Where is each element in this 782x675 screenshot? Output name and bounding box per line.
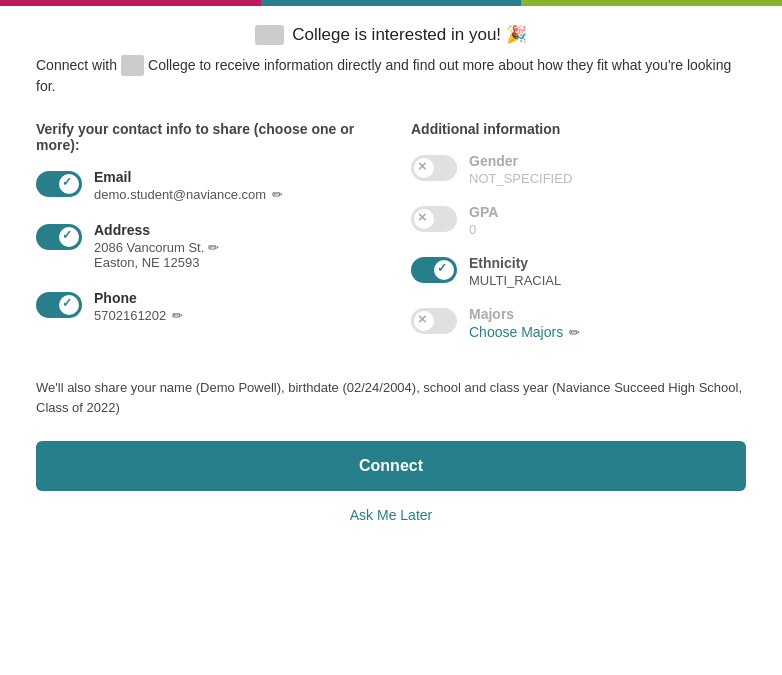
address-details: Address 2086 Vancorum St. ✏ Easton, NE 1…: [94, 222, 371, 270]
ethnicity-label: Ethnicity: [469, 255, 561, 271]
majors-item: Majors Choose Majors ✏: [411, 306, 746, 340]
majors-choose-row: Choose Majors ✏: [469, 324, 580, 340]
gpa-value: 0: [469, 222, 498, 237]
gpa-details: GPA 0: [469, 204, 498, 237]
email-label: Email: [94, 169, 371, 185]
phone-value: 5702161202 ✏: [94, 308, 371, 323]
gpa-label: GPA: [469, 204, 498, 220]
ethnicity-value: MULTI_RACIAL: [469, 273, 561, 288]
gpa-toggle[interactable]: [411, 206, 457, 232]
ethnicity-toggle[interactable]: [411, 257, 457, 283]
email-item: Email demo.student@naviance.com ✏: [36, 169, 371, 202]
address-toggle[interactable]: [36, 224, 82, 250]
header-emoji: 🎉: [506, 25, 527, 44]
majors-toggle[interactable]: [411, 308, 457, 334]
email-details: Email demo.student@naviance.com ✏: [94, 169, 371, 202]
description-text: Connect with College to receive informat…: [36, 55, 746, 97]
also-share-text: We'll also share your name (Demo Powell)…: [36, 378, 746, 417]
gender-toggle[interactable]: [411, 155, 457, 181]
right-col-title: Additional information: [411, 121, 746, 137]
columns-container: Verify your contact info to share (choos…: [36, 121, 746, 358]
address-label: Address: [94, 222, 371, 238]
ask-later-link[interactable]: Ask Me Later: [350, 507, 432, 523]
majors-edit-icon[interactable]: ✏: [569, 325, 580, 340]
page-title: College is interested in you! 🎉: [0, 6, 782, 55]
desc-prefix: Connect with: [36, 57, 117, 73]
choose-majors-link[interactable]: Choose Majors: [469, 324, 563, 340]
majors-label: Majors: [469, 306, 580, 322]
address-edit-icon[interactable]: ✏: [208, 240, 219, 255]
email-toggle[interactable]: [36, 171, 82, 197]
header-text: College is interested in you!: [292, 25, 501, 44]
phone-label: Phone: [94, 290, 371, 306]
ask-later-container: Ask Me Later: [36, 507, 746, 523]
phone-item: Phone 5702161202 ✏: [36, 290, 371, 323]
majors-details: Majors Choose Majors ✏: [469, 306, 580, 340]
college-name-desc: [121, 55, 144, 76]
top-bar-green: [521, 0, 782, 6]
left-column: Verify your contact info to share (choos…: [36, 121, 371, 358]
top-bar-pink: [0, 0, 261, 6]
top-bar-teal: [261, 0, 522, 6]
gender-value: NOT_SPECIFIED: [469, 171, 572, 186]
address-item: Address 2086 Vancorum St. ✏ Easton, NE 1…: [36, 222, 371, 270]
gpa-item: GPA 0: [411, 204, 746, 237]
phone-details: Phone 5702161202 ✏: [94, 290, 371, 323]
phone-toggle[interactable]: [36, 292, 82, 318]
top-color-bar: [0, 0, 782, 6]
ethnicity-item: Ethnicity MULTI_RACIAL: [411, 255, 746, 288]
right-column: Additional information Gender NOT_SPECIF…: [411, 121, 746, 358]
main-content: Connect with College to receive informat…: [0, 55, 782, 543]
college-name-header: [255, 25, 283, 45]
address-value: 2086 Vancorum St. ✏ Easton, NE 12593: [94, 240, 371, 270]
ethnicity-details: Ethnicity MULTI_RACIAL: [469, 255, 561, 288]
gender-item: Gender NOT_SPECIFIED: [411, 153, 746, 186]
left-col-title: Verify your contact info to share (choos…: [36, 121, 371, 153]
connect-button[interactable]: Connect: [36, 441, 746, 491]
email-edit-icon[interactable]: ✏: [272, 187, 283, 202]
email-value: demo.student@naviance.com ✏: [94, 187, 371, 202]
phone-edit-icon[interactable]: ✏: [172, 308, 183, 323]
gender-details: Gender NOT_SPECIFIED: [469, 153, 572, 186]
gender-label: Gender: [469, 153, 572, 169]
